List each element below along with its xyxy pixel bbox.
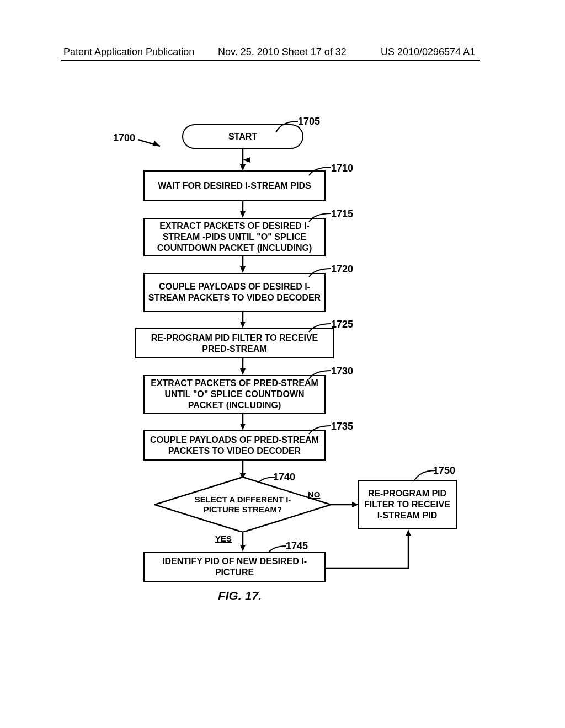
page: Patent Application Publication Nov. 25, …	[0, 0, 565, 728]
header-rule	[61, 60, 480, 61]
header-center: Nov. 25, 2010 Sheet 17 of 32	[218, 46, 347, 58]
yes-label: YES	[215, 534, 232, 543]
arrow-flag-icon	[138, 135, 171, 146]
svg-marker-20	[240, 545, 246, 552]
svg-marker-22	[243, 157, 250, 163]
header-right: US 2010/0296574 A1	[381, 46, 475, 58]
header-left: Patent Application Publication	[63, 46, 194, 58]
ref-1700: 1700	[113, 132, 135, 144]
leader-icon	[276, 119, 303, 135]
no-label: NO	[308, 490, 321, 499]
connector-icon	[326, 529, 419, 574]
arrow-down-icon	[240, 532, 251, 552]
step-1745: IDENTIFY PID OF NEW DESIRED I-PICTURE	[143, 552, 326, 582]
svg-marker-1	[152, 141, 160, 146]
leader-icon	[269, 543, 291, 554]
svg-marker-21	[406, 529, 411, 536]
figure-caption: FIG. 17.	[218, 589, 262, 603]
arrow-right-icon	[331, 502, 359, 511]
feedback-merge-icon	[243, 157, 463, 488]
